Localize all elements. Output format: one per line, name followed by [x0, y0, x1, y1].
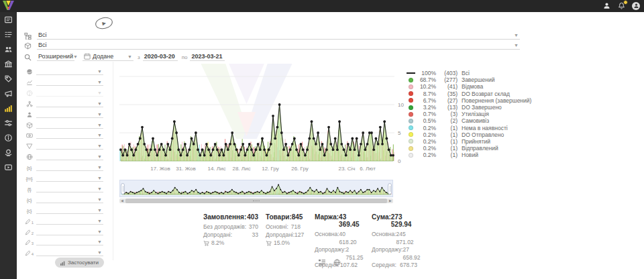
y-tick-label: 5	[398, 130, 400, 136]
filter-row-planet: ▼	[24, 66, 103, 75]
filter-select[interactable]: ▼	[36, 69, 103, 75]
sidebar-item-marketplace[interactable]	[0, 56, 17, 71]
product-filter-value: Всі	[38, 42, 47, 48]
legend-item[interactable]: 100%(403)Всі	[405, 70, 531, 76]
scroll-right-icon[interactable]: ▶	[388, 199, 393, 203]
filter-select[interactable]: ▼	[36, 80, 103, 86]
legend-item[interactable]: 0.2%(1)Нема в наявності	[405, 125, 531, 131]
sidebar-item-analytics[interactable]	[0, 101, 17, 115]
sidebar-item-video[interactable]	[0, 160, 17, 174]
filter-select[interactable]: ▼	[36, 186, 103, 192]
info-icon	[4, 133, 13, 142]
stat-block: Товари:845Основні:718Допродані:12715.0%	[266, 213, 301, 247]
sidebar-item-customers[interactable]	[0, 42, 17, 56]
legend-item[interactable]: 10.2%(41)Відмова	[405, 83, 531, 90]
product-filter-row: Всі ▼	[24, 40, 520, 50]
package-icon	[24, 122, 34, 129]
stat-sub-label: Основна:	[315, 231, 339, 246]
list-view-icon[interactable]	[318, 258, 326, 266]
filter-select[interactable]: ▼	[36, 112, 103, 118]
filter-select[interactable]: ▼	[36, 91, 103, 97]
legend-item[interactable]: 0.7%(3)Утилізація	[405, 111, 531, 117]
legend-count: (3)	[436, 111, 458, 117]
legend-item[interactable]: 68.7%(277)Завершений	[405, 76, 531, 83]
legend-pct: 100%	[416, 70, 436, 76]
legend-count: (277)	[436, 76, 458, 83]
chart-scrollbar[interactable]: ◀ ▶	[119, 199, 393, 203]
legend-item[interactable]: 0.5%(2)Самовивіз	[405, 117, 531, 124]
stat-block: Замовлення:403Без допродажів:370Допродан…	[203, 213, 258, 247]
filter-select[interactable]: ▼	[36, 176, 103, 182]
filter-select[interactable]: ▼	[36, 144, 103, 150]
filter-select[interactable]: ▼	[36, 229, 103, 235]
sidebar-item-dashboard[interactable]	[0, 12, 17, 27]
filter-select[interactable]: ▼	[36, 219, 103, 225]
legend-item[interactable]: 0.2%(1)Відправлений	[405, 145, 531, 152]
globe-view-icon[interactable]	[333, 258, 341, 266]
legend-count: (35)	[436, 91, 458, 97]
filter-row-pencil-2: 2▼	[24, 226, 103, 235]
legend-item[interactable]: 0.2%(1)Новий	[405, 152, 531, 158]
sidebar-item-settings[interactable]	[0, 115, 17, 130]
package-icon	[24, 42, 34, 50]
video-tour-icon[interactable]: ▶	[95, 15, 114, 30]
trend-icon	[24, 79, 34, 86]
filter-row-banknote: ▼	[24, 129, 103, 139]
navigator-right-handle[interactable]	[388, 183, 392, 194]
legend-label: Відмова	[462, 83, 483, 90]
filter-select[interactable]: ▼	[36, 101, 103, 107]
scrollbar-grip	[253, 201, 260, 201]
chevron-down-icon: ▼	[97, 80, 102, 85]
legend-dot	[409, 146, 413, 151]
legend-item[interactable]: 8.7%(35)DO Возврат склад	[405, 91, 531, 97]
chart-navigator[interactable]	[119, 180, 393, 197]
apply-button[interactable]: Застосувати	[55, 258, 104, 268]
legend-item[interactable]: 6.7%(27)Повернення (завершений)	[405, 97, 531, 104]
filter-select[interactable]: ▼	[36, 197, 103, 203]
sidebar-item-campaigns[interactable]	[0, 86, 17, 101]
filter-select[interactable]: ▼	[36, 250, 103, 256]
sidebar-item-info[interactable]	[0, 130, 17, 145]
legend-item[interactable]: 0.2%(1)DO Отправлено	[405, 131, 531, 138]
x-tick-label: 28. Лис	[232, 166, 250, 172]
filter-select[interactable]: ▼	[36, 123, 103, 129]
filter-row-package: ▼	[24, 119, 103, 129]
legend-count: (1)	[436, 131, 458, 138]
date-to-input[interactable]: 2023-03-21	[190, 53, 225, 61]
navigator-left-handle[interactable]	[121, 183, 125, 194]
scroll-left-icon[interactable]: ◀	[119, 199, 125, 203]
banknote-icon	[24, 132, 34, 139]
navigator-chart	[121, 181, 392, 196]
filter-select[interactable]: ▼	[36, 239, 103, 245]
scrollbar-thumb[interactable]	[125, 199, 387, 203]
user-icon[interactable]	[602, 1, 611, 10]
dashboard-icon	[4, 15, 13, 24]
legend-item[interactable]: 0.2%(1)Прийнятий	[405, 138, 531, 145]
stat-sub-label: Середня:	[372, 262, 396, 270]
sidebar-item-orders[interactable]	[0, 27, 17, 42]
status-filter-select[interactable]: Всі ▼	[37, 32, 520, 40]
search-mode-select[interactable]: Розширений ▼	[37, 53, 74, 61]
filter-select[interactable]: ▼	[36, 154, 103, 160]
brand-logo-icon[interactable]	[3, 1, 14, 11]
stat-title: Маржа:	[315, 213, 339, 228]
legend-item[interactable]: 3.2%(13)DO Завершено	[405, 104, 531, 111]
orders-chart[interactable]	[119, 66, 394, 162]
chevron-down-icon: ▼	[127, 54, 132, 60]
account-avatar-icon[interactable]	[632, 2, 640, 10]
legend-label: Завершений	[462, 76, 494, 83]
product-filter-select[interactable]: Всі ▼	[37, 42, 520, 50]
sidebar-item-support[interactable]	[0, 145, 17, 160]
filter-select[interactable]: ▼	[36, 165, 103, 171]
legend-dot	[409, 119, 413, 123]
filter-select[interactable]: ▼	[36, 133, 103, 139]
bell-icon[interactable]	[617, 1, 626, 10]
chevron-down-icon: ▼	[97, 197, 102, 203]
filter-select[interactable]: ▼	[36, 208, 103, 214]
stat-value: 43 369.45	[339, 213, 360, 228]
bar-chart-icon	[4, 104, 13, 113]
date-from-input[interactable]: 2020-03-20	[143, 53, 178, 61]
main-sidenav	[0, 12, 17, 279]
date-field-select[interactable]: Додане ▼	[83, 53, 133, 61]
sidebar-item-tags[interactable]	[0, 71, 17, 86]
